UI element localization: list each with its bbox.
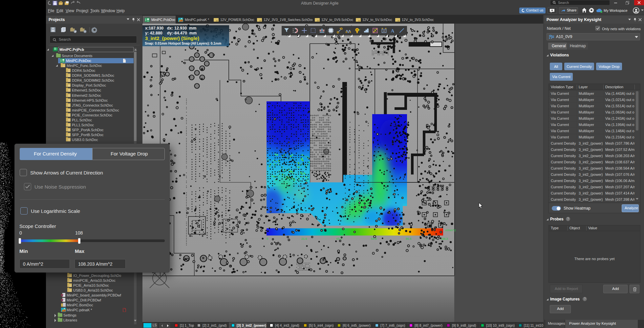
svg-text:10: 10 — [383, 30, 385, 32]
svg-text:0: 0 — [267, 237, 268, 240]
svg-text:86.6: 86.6 — [406, 237, 412, 240]
svg-text:21.6: 21.6 — [301, 237, 307, 240]
svg-text:A: A — [391, 28, 395, 33]
svg-text:A/mm^2: A/mm^2 — [445, 229, 456, 232]
svg-text:108.3: 108.3 — [440, 237, 448, 240]
